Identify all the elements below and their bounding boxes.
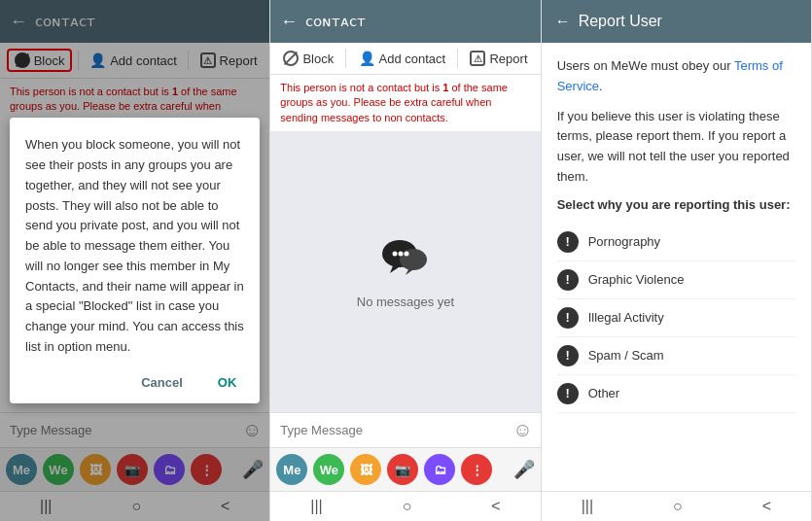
panel2-report-label: Report <box>489 52 527 66</box>
panel2-app-icon-more[interactable]: ⋮ <box>461 454 492 485</box>
panel2-app-icon-gallery[interactable]: 🖼 <box>350 454 381 485</box>
panel-report: ← Report User Users on MeWe must obey ou… <box>542 0 812 521</box>
report-option-other[interactable]: ! Other <box>557 375 795 413</box>
report-intro-1: Users on MeWe must obey our Terms of Ser… <box>557 56 795 97</box>
report-select-label: Select why you are reporting this user: <box>557 197 795 212</box>
block-dialog: When you block someone, you will not see… <box>10 118 260 403</box>
panel2-header: ← ᴄᴏɴᴛᴀᴄᴛ <box>270 0 540 43</box>
svg-point-4 <box>392 252 397 257</box>
panel2-warning: This person is not a contact but is 1 of… <box>270 75 540 131</box>
no-messages-icon <box>380 234 431 287</box>
panel2-emoji-button[interactable]: ☺ <box>512 419 532 441</box>
panel3-menu-nav[interactable]: ||| <box>582 498 593 515</box>
report-intro-2: If you believe this user is violating th… <box>557 107 795 188</box>
panel2-mic-icon[interactable]: 🎤 <box>513 459 535 480</box>
exclaim-icon-illegal-activity: ! <box>557 307 579 329</box>
panel2-block-label: Block <box>302 52 334 66</box>
panel3-header: ← Report User <box>542 0 811 43</box>
no-messages-text: No messages yet <box>357 295 454 309</box>
panel2-messages-area: No messages yet <box>270 131 540 412</box>
panel2-app-icon-camera[interactable]: 📷 <box>387 454 418 485</box>
panel2-home-nav[interactable]: ○ <box>403 498 412 515</box>
report-option-illegal-activity[interactable]: ! Illegal Activity <box>557 299 795 337</box>
panel-chat: ← ᴄᴏɴᴛᴀᴄᴛ Block 👤 Add contact ⚠ Report T… <box>270 0 541 521</box>
panel2-divider-2 <box>457 49 458 68</box>
panel2-app-icon-files[interactable]: 🗂 <box>424 454 455 485</box>
panel2-message-input-row: ☺ <box>270 412 540 447</box>
exclaim-icon-spam-scam: ! <box>557 345 579 366</box>
report-option-graphic-violence[interactable]: ! Graphic Violence <box>557 261 795 299</box>
block-dialog-body: When you block someone, you will not see… <box>25 135 244 358</box>
svg-point-6 <box>404 252 408 257</box>
ok-button[interactable]: OK <box>210 371 245 394</box>
exclaim-icon-other: ! <box>557 383 579 404</box>
panel3-home-nav[interactable]: ○ <box>673 498 683 515</box>
option-label-graphic-violence: Graphic Violence <box>588 272 685 287</box>
panel2-report-icon: ⚠ <box>470 51 485 66</box>
dialog-actions: Cancel OK <box>25 371 244 394</box>
panel2-block-button[interactable]: Block <box>277 49 339 68</box>
exclaim-icon-pornography: ! <box>557 231 579 253</box>
report-option-pornography[interactable]: ! Pornography <box>557 224 795 261</box>
panel2-toolbar: Block 👤 Add contact ⚠ Report <box>270 43 540 75</box>
panel3-nav-bar: ||| ○ < <box>542 491 811 521</box>
panel3-bottom: ||| ○ < <box>542 491 811 521</box>
panel3-back-button[interactable]: ← <box>555 13 571 30</box>
option-label-other: Other <box>588 386 620 400</box>
panel2-add-contact-label: Add contact <box>379 52 446 66</box>
option-label-spam-scam: Spam / Scam <box>588 348 664 363</box>
report-option-spam-scam[interactable]: ! Spam / Scam <box>557 337 795 375</box>
panel2-add-contact-button[interactable]: 👤 Add contact <box>353 49 452 68</box>
panel2-menu-nav[interactable]: ||| <box>310 498 322 515</box>
panel-block: ← ᴄᴏɴᴛᴀᴄᴛ Block 👤 Add contact ⚠ Report T… <box>0 0 270 521</box>
exclaim-icon-graphic-violence: ! <box>557 269 579 291</box>
panel2-report-button[interactable]: ⚠ Report <box>464 49 533 68</box>
panel2-app-icon-we[interactable]: We <box>313 454 344 485</box>
panel2-divider-1 <box>345 49 346 68</box>
svg-point-5 <box>398 252 403 257</box>
panel2-back-nav[interactable]: < <box>491 498 500 515</box>
panel2-nav-bar: ||| ○ < <box>270 491 540 521</box>
panel3-title: Report User <box>579 13 662 30</box>
panel3-back-nav[interactable]: < <box>762 498 771 515</box>
cancel-button[interactable]: Cancel <box>133 371 191 394</box>
block-dialog-overlay: When you block someone, you will not see… <box>0 0 269 521</box>
report-content: Users on MeWe must obey our Terms of Ser… <box>542 43 811 491</box>
panel2-app-icons-row: Me We 🖼 📷 🗂 ⋮ 🎤 <box>270 447 540 491</box>
report-intro-period: . <box>599 79 603 93</box>
panel2-app-icon-me[interactable]: Me <box>276 454 307 485</box>
panel2-block-icon <box>283 51 299 66</box>
option-label-illegal-activity: Illegal Activity <box>588 310 664 325</box>
panel2-message-input[interactable] <box>278 419 507 441</box>
panel2-back-button[interactable]: ← <box>280 12 298 32</box>
svg-point-2 <box>400 249 427 270</box>
panel2-contact-name: ᴄᴏɴᴛᴀᴄᴛ <box>305 13 366 30</box>
option-label-pornography: Pornography <box>588 234 660 249</box>
panel2-bottom: ☺ Me We 🖼 📷 🗂 ⋮ 🎤 ||| ○ < <box>270 412 540 521</box>
report-intro-text-1: Users on MeWe must obey our <box>557 58 734 73</box>
panel2-add-contact-icon: 👤 <box>359 51 375 66</box>
